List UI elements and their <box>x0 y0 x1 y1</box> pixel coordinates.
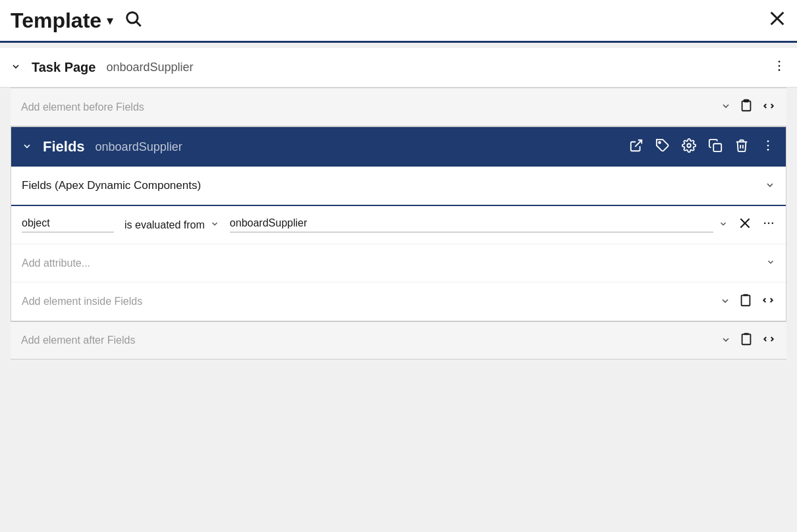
fields-copy-icon[interactable] <box>708 138 723 156</box>
fields-delete-icon[interactable] <box>734 138 749 156</box>
add-before-left: Add element before Fields <box>21 101 721 113</box>
search-icon[interactable] <box>124 9 142 32</box>
add-before-dropdown-icon[interactable] <box>721 101 731 113</box>
add-attribute-text: Add attribute... <box>22 257 90 269</box>
svg-point-0 <box>127 13 138 23</box>
add-inside-dropdown-icon[interactable] <box>720 296 730 308</box>
svg-point-5 <box>779 65 781 67</box>
add-inside-code-icon[interactable] <box>761 294 775 309</box>
svg-point-21 <box>768 223 770 225</box>
attribute-clear-icon[interactable] <box>738 217 752 233</box>
add-inside-row: Add element inside Fields <box>11 282 786 321</box>
attribute-value-dropdown-icon[interactable] <box>719 219 728 230</box>
add-after-text: Add element after Fields <box>21 334 135 346</box>
svg-point-4 <box>779 61 781 63</box>
fields-chevron-icon[interactable] <box>22 141 32 153</box>
attribute-evaluated-dropdown-icon[interactable] <box>210 219 219 230</box>
fields-type-label: Fields (Apex Dynamic Components) <box>22 179 201 192</box>
add-inside-actions <box>720 293 775 311</box>
svg-point-6 <box>779 69 781 71</box>
attribute-row: object is evaluated from onboardSupplier <box>11 206 786 244</box>
attribute-evaluated-text: is evaluated from <box>124 219 205 231</box>
add-inside-text: Add element inside Fields <box>22 296 142 307</box>
add-before-code-icon[interactable] <box>761 100 776 115</box>
svg-rect-8 <box>742 101 751 111</box>
fields-settings-icon[interactable] <box>682 138 696 156</box>
svg-point-16 <box>767 144 769 146</box>
attribute-value-container: onboardSupplier <box>230 217 728 232</box>
add-after-code-icon[interactable] <box>761 333 776 348</box>
attribute-name: object <box>22 217 114 232</box>
svg-point-13 <box>687 144 691 147</box>
svg-rect-26 <box>744 332 748 334</box>
close-icon[interactable] <box>768 9 786 32</box>
attribute-value: onboardSupplier <box>230 217 713 232</box>
add-after-actions <box>721 332 776 350</box>
svg-rect-25 <box>742 334 751 344</box>
svg-point-20 <box>764 223 766 225</box>
svg-rect-24 <box>743 294 748 296</box>
fields-tag-icon[interactable] <box>655 138 670 156</box>
add-attribute-dropdown-icon[interactable] <box>766 257 775 269</box>
fields-menu-icon[interactable] <box>761 138 775 156</box>
svg-point-17 <box>767 149 769 151</box>
fields-external-link-icon[interactable] <box>629 138 644 156</box>
fields-header-left: Fields onboardSupplier <box>22 138 182 155</box>
task-page-label: Task Page <box>32 60 96 75</box>
svg-point-22 <box>772 223 774 225</box>
fields-type-row: Fields (Apex Dynamic Components) <box>11 167 786 206</box>
add-before-row: Add element before Fields <box>11 88 786 126</box>
fields-block: Fields onboardSupplier <box>11 126 786 321</box>
header: Template ▾ <box>0 0 797 43</box>
svg-rect-14 <box>713 144 721 151</box>
add-inside-clipboard-icon[interactable] <box>738 293 753 311</box>
attribute-dots-icon[interactable] <box>762 217 775 233</box>
add-before-clipboard-icon[interactable] <box>739 98 754 116</box>
fields-type-dropdown-icon[interactable] <box>765 180 775 192</box>
fields-header: Fields onboardSupplier <box>11 127 786 167</box>
fields-body: Fields (Apex Dynamic Components) object … <box>11 167 786 321</box>
header-left: Template ▾ <box>11 9 142 33</box>
app-container: Template ▾ Task Page <box>0 0 797 359</box>
svg-line-1 <box>136 22 140 26</box>
svg-rect-23 <box>742 295 750 306</box>
spacer-1 <box>0 43 797 48</box>
task-page-left: Task Page onboardSupplier <box>11 60 194 75</box>
add-after-left: Add element after Fields <box>21 334 721 346</box>
template-dropdown-icon[interactable]: ▾ <box>107 13 113 28</box>
task-page-menu-icon[interactable] <box>772 59 786 76</box>
svg-point-15 <box>767 140 769 142</box>
svg-point-12 <box>659 142 661 144</box>
add-attribute-row: Add attribute... <box>11 244 786 282</box>
fields-header-actions <box>629 138 775 156</box>
add-before-actions <box>721 98 776 116</box>
task-page-value: onboardSupplier <box>106 61 193 74</box>
task-page-chevron-icon[interactable] <box>11 61 21 74</box>
add-inside-left: Add element inside Fields <box>22 296 720 307</box>
svg-line-11 <box>635 140 642 146</box>
attribute-evaluated: is evaluated from <box>124 219 219 231</box>
task-page-row: Task Page onboardSupplier <box>0 48 797 88</box>
add-after-clipboard-icon[interactable] <box>739 332 754 350</box>
add-after-dropdown-icon[interactable] <box>721 334 731 347</box>
add-before-text: Add element before Fields <box>21 101 144 113</box>
page-title: Template <box>11 9 101 33</box>
add-after-row: Add element after Fields <box>11 321 786 359</box>
fields-label: Fields <box>43 138 85 155</box>
fields-header-value: onboardSupplier <box>96 140 182 154</box>
